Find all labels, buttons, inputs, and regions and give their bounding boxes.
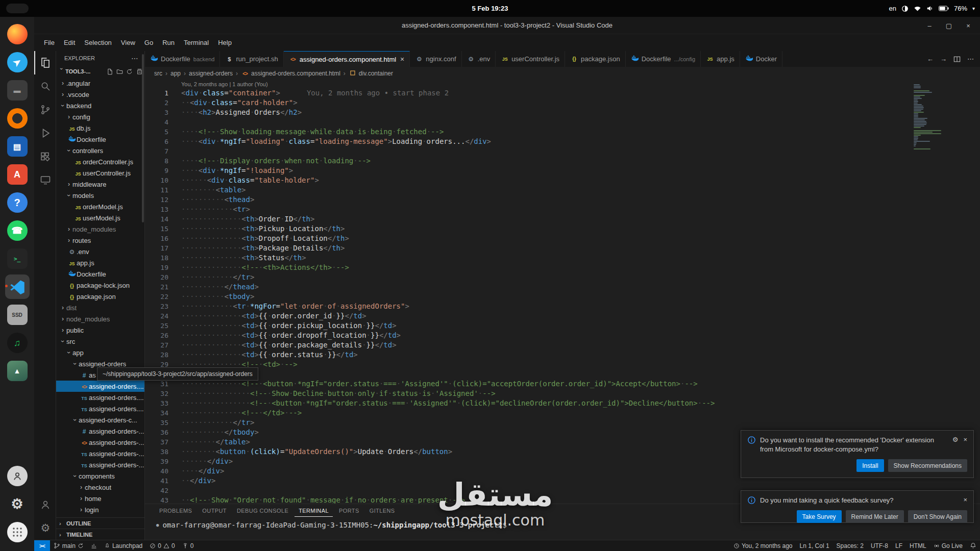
tree-item-components[interactable]: ›components [56,470,144,482]
code-line-14[interactable]: 14··············<th>Order·ID</th> [145,214,980,224]
nav-back-icon[interactable]: ← [927,55,934,63]
tab-assigned-orders.component.html[interactable]: <>assigned-orders.component.html× [284,51,410,67]
code-line-19[interactable]: 19··············<!--·<th>Actions</th>·--… [145,263,980,272]
breadcrumb-item[interactable]: div.container [349,70,393,77]
breadcrumb-item[interactable]: src [154,70,162,77]
timeline-section[interactable]: ›TIMELINE [56,529,144,540]
notification-close-icon[interactable]: × [963,496,967,504]
minimap[interactable] [914,84,942,150]
photos-icon[interactable]: ▲ [5,359,30,383]
account-icon[interactable] [5,464,30,488]
line-number[interactable]: 15 [145,224,168,234]
line-number[interactable]: 34 [145,408,168,418]
tree-item-assigned-orders-...[interactable]: <>assigned-orders-... [56,437,144,448]
close-button[interactable]: × [964,21,973,30]
tree-item-home[interactable]: ›home [56,493,144,504]
close-tab-icon[interactable]: × [400,55,404,63]
indentation-indicator[interactable]: Spaces: 2 [833,540,867,551]
line-number[interactable]: 3 [145,108,168,117]
firefox-icon[interactable] [5,22,30,46]
line-number[interactable]: 36 [145,428,168,437]
maximize-button[interactable]: ▢ [944,21,953,30]
code-line-2[interactable]: 2··<div·class="card-holder"> [145,98,980,108]
tree-item-assigned-orders....[interactable]: <>assigned-orders.... [56,381,144,392]
language-indicator[interactable]: HTML [906,540,930,551]
line-number[interactable]: 4 [145,117,168,127]
source-control-icon[interactable] [34,98,56,121]
tab-Docker[interactable]: Docker [740,51,782,67]
workspace-row[interactable]: › TOOL3-... [56,65,144,78]
code-line-3[interactable]: 3····<h2>Assigned·Orders</h2> [145,108,980,117]
launchpad-indicator[interactable]: Launchpad [101,540,146,551]
extensions-icon[interactable] [34,145,56,168]
code-line-13[interactable]: 13············<tr> [145,205,980,214]
code-line-11[interactable]: 11········<table> [145,185,980,195]
more-actions-icon[interactable]: ⋯ [967,55,974,63]
code-line-35[interactable]: 35············</tr> [145,418,980,428]
tree-item-nodemodules[interactable]: ›node_modules [56,313,144,324]
run-debug-icon[interactable] [34,121,56,145]
split-editor-icon[interactable] [953,56,961,63]
tree-item-public[interactable]: ›public [56,324,144,336]
remote-explorer-icon[interactable] [34,168,56,192]
code-line-16[interactable]: 16··············<th>Dropoff·Location</th… [145,234,980,243]
menu-terminal[interactable]: Terminal [179,37,213,48]
code-line-29[interactable]: 29··············<!--·<td>·--> [145,360,980,369]
ports-indicator[interactable]: 0 [179,540,198,551]
new-file-icon[interactable] [107,68,113,75]
telegram-icon[interactable]: ➤ [5,50,30,74]
tree-item-.vscode[interactable]: ›.vscode [56,89,144,100]
tab-Dockerfile[interactable]: Dockerfile.../config [626,51,701,67]
remind-me-later-button[interactable]: Remind Me Later [846,510,904,523]
office-app-icon[interactable]: ▤ [5,134,30,159]
line-number[interactable]: 33 [145,398,168,408]
panel-tab-debug-console[interactable]: DEBUG CONSOLE [233,505,292,517]
take-survey-button[interactable]: Take Survey [797,510,842,523]
line-number[interactable]: 21 [145,282,168,292]
line-number[interactable]: 18 [145,253,168,263]
code-line-28[interactable]: 28··············<td>{{·order.status·}}</… [145,350,980,360]
line-number[interactable]: 6 [145,137,168,146]
tree-item-controllers[interactable]: ›controllers [56,145,144,156]
tree-item-models[interactable]: ›models [56,190,144,201]
tree-item-assigned-orders....[interactable]: TSassigned-orders.... [56,403,144,414]
menu-run[interactable]: Run [158,37,179,48]
line-number[interactable]: 32 [145,389,168,398]
line-number[interactable]: 39 [145,457,168,466]
remote-indicator[interactable]: >< [34,540,50,551]
new-folder-icon[interactable] [116,68,123,75]
tree-item-package.json[interactable]: {}package.json [56,291,144,302]
blame-indicator[interactable]: You, 2 months ago [730,540,796,551]
code-line-10[interactable]: 10······<div·class="table-holder"> [145,176,980,185]
line-number[interactable]: 8 [145,156,168,166]
explorer-more-icon[interactable]: ⋯ [131,54,138,62]
menu-go[interactable]: Go [140,37,158,48]
line-number[interactable]: 17 [145,243,168,253]
line-number[interactable]: 41 [145,476,168,486]
codelens-blame[interactable]: You, 2 months ago | 1 author (You) [145,80,980,88]
tree-item-nodemodules[interactable]: ›node_modules [56,223,144,235]
line-number[interactable]: 26 [145,331,168,340]
tree-item-.env[interactable]: ⚙.env [56,246,144,257]
panel-tab-gitlens[interactable]: GITLENS [365,505,399,517]
tree-item-Dockerfile[interactable]: Dockerfile [56,134,144,145]
code-line-22[interactable]: 22··········<tbody> [145,292,980,302]
line-number[interactable]: 25 [145,321,168,331]
menu-edit[interactable]: Edit [59,37,80,48]
code-line-18[interactable]: 18··············<th>Status</th> [145,253,980,263]
panel-tab-terminal[interactable]: TERMINAL [295,505,333,517]
breadcrumb-item[interactable]: <>assigned-orders.component.html [241,70,340,77]
minimize-button[interactable]: – [925,21,934,30]
tree-item-checkout[interactable]: ›checkout [56,482,144,493]
code-line-27[interactable]: 27··············<td>{{·order.package_det… [145,340,980,350]
help-icon[interactable]: ? [5,190,30,215]
line-number[interactable]: 2 [145,98,168,108]
line-number[interactable]: 20 [145,272,168,282]
line-number[interactable]: 12 [145,195,168,205]
tree-item-config[interactable]: ›config [56,111,144,122]
tree-item-assigned-orders-...[interactable]: #assigned-orders-... [56,425,144,437]
code-line-23[interactable]: 23············<tr·*ngFor="let·order·of·a… [145,302,980,311]
tree-item-db.js[interactable]: JSdb.js [56,122,144,134]
line-number[interactable]: 43 [145,495,168,504]
code-line-4[interactable]: 4 [145,117,980,127]
